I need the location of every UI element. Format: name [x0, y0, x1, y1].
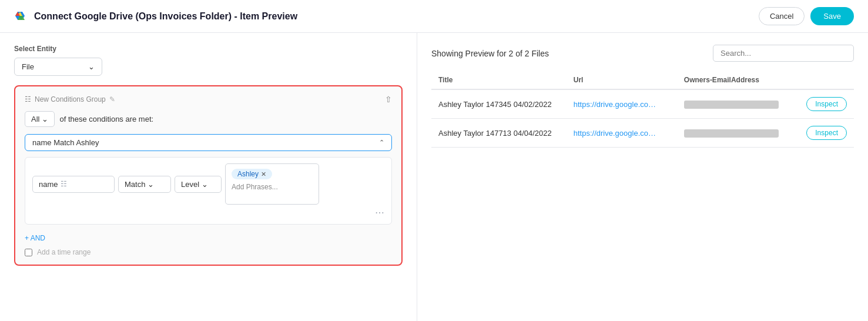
- preview-title: Showing Preview for 2 of 2 Files: [431, 49, 549, 58]
- conditions-group-icon: ☷: [25, 95, 31, 103]
- conditions-group-header: ☷ New Conditions Group ✎ ⇧: [25, 95, 392, 104]
- field-type-icon: ☷: [61, 180, 67, 188]
- header-actions: Cancel Save: [759, 7, 854, 25]
- phrase-tag-text: Ashley: [237, 170, 259, 178]
- preview-table: Title Url Owners-EmailAddress Ashley Tay…: [431, 71, 854, 148]
- cell-title: Ashley Taylor 147345 04/02/2022: [431, 89, 567, 119]
- entity-select[interactable]: File ⌄: [14, 58, 102, 76]
- field-input[interactable]: name ☷: [32, 176, 115, 193]
- google-drive-icon: [14, 9, 28, 24]
- chevron-down-icon: ⌄: [42, 115, 48, 123]
- level-select[interactable]: Level ⌄: [175, 176, 222, 193]
- conditions-row: All ⌄ of these conditions are met:: [25, 111, 392, 127]
- main-layout: Select Entity File ⌄ ☷ New Conditions Gr…: [0, 33, 868, 321]
- chevron-up-icon: ⌃: [379, 139, 384, 146]
- search-input[interactable]: [713, 45, 854, 62]
- app-header: Connect Google Drive (Ops Invoices Folde…: [0, 0, 868, 33]
- all-select-value: All: [31, 115, 39, 123]
- chevron-down-icon: ⌄: [88, 62, 95, 71]
- cell-action: Inspect: [799, 119, 854, 148]
- phrase-tag: Ashley ✕: [232, 169, 272, 179]
- table-header: Title Url Owners-EmailAddress: [431, 71, 854, 89]
- condition-pill[interactable]: name Match Ashley ⌃: [25, 134, 392, 151]
- add-and-condition[interactable]: + AND: [25, 234, 45, 242]
- table-row: Ashley Taylor 147345 04/02/2022https://d…: [431, 89, 854, 119]
- conditions-group: ☷ New Conditions Group ✎ ⇧ All ⌄ of thes…: [14, 85, 403, 266]
- conditions-met-label: of these conditions are met:: [59, 115, 153, 123]
- header-left: Connect Google Drive (Ops Invoices Folde…: [14, 9, 297, 24]
- operator-value: Match: [125, 180, 145, 189]
- collapse-button[interactable]: ⇧: [385, 95, 392, 104]
- right-panel: Showing Preview for 2 of 2 Files Title U…: [417, 33, 868, 321]
- operator-select[interactable]: Match ⌄: [118, 176, 171, 193]
- blurred-email: ██████████@tonkean....: [684, 101, 779, 109]
- add-phrases-input[interactable]: Add Phrases...: [232, 183, 313, 191]
- table-row: Ashley Taylor 147713 04/04/2022https://d…: [431, 119, 854, 148]
- conditions-group-name: New Conditions Group: [35, 95, 106, 103]
- inspect-button[interactable]: Inspect: [806, 97, 847, 111]
- left-panel: Select Entity File ⌄ ☷ New Conditions Gr…: [0, 33, 417, 321]
- all-select[interactable]: All ⌄: [25, 111, 55, 127]
- save-button[interactable]: Save: [810, 7, 854, 25]
- chevron-down-icon: ⌄: [148, 180, 154, 189]
- more-options-button[interactable]: ⋯: [32, 207, 384, 218]
- time-range-row: Add a time range: [25, 248, 392, 256]
- chevron-down-icon: ⌄: [202, 180, 208, 189]
- edit-icon[interactable]: ✎: [109, 95, 115, 103]
- col-header-url: Url: [567, 71, 677, 89]
- page-title: Connect Google Drive (Ops Invoices Folde…: [34, 11, 297, 22]
- cancel-button[interactable]: Cancel: [759, 7, 805, 25]
- phrases-box: Ashley ✕ Add Phrases...: [225, 163, 319, 205]
- inspect-button[interactable]: Inspect: [806, 126, 847, 140]
- col-header-email: Owners-EmailAddress: [677, 71, 799, 89]
- blurred-email: ██████████@tonkean....: [684, 129, 779, 138]
- col-header-title: Title: [431, 71, 567, 89]
- url-link[interactable]: https://drive.google.co…: [574, 100, 656, 109]
- table-body: Ashley Taylor 147345 04/02/2022https://d…: [431, 89, 854, 148]
- phrase-tag-remove[interactable]: ✕: [261, 170, 266, 178]
- condition-fields: name ☷ Match ⌄ Level ⌄: [32, 163, 384, 205]
- cell-title: Ashley Taylor 147713 04/04/2022: [431, 119, 567, 148]
- time-range-label: Add a time range: [37, 248, 91, 256]
- cell-url: https://drive.google.co…: [567, 119, 677, 148]
- condition-editor: name ☷ Match ⌄ Level ⌄: [25, 157, 392, 225]
- field-name: name: [39, 180, 58, 189]
- cell-action: Inspect: [799, 89, 854, 119]
- select-entity-label: Select Entity: [14, 45, 403, 53]
- cell-email: ██████████@tonkean....: [677, 89, 799, 119]
- time-range-checkbox[interactable]: [25, 249, 32, 256]
- url-link[interactable]: https://drive.google.co…: [574, 129, 656, 138]
- cell-url: https://drive.google.co…: [567, 89, 677, 119]
- level-value: Level: [181, 180, 199, 189]
- condition-pill-text: name Match Ashley: [32, 138, 99, 147]
- cell-email: ██████████@tonkean....: [677, 119, 799, 148]
- preview-header: Showing Preview for 2 of 2 Files: [431, 45, 854, 62]
- entity-select-value: File: [22, 62, 34, 71]
- col-header-action: [799, 71, 854, 89]
- conditions-group-title: ☷ New Conditions Group ✎: [25, 95, 115, 103]
